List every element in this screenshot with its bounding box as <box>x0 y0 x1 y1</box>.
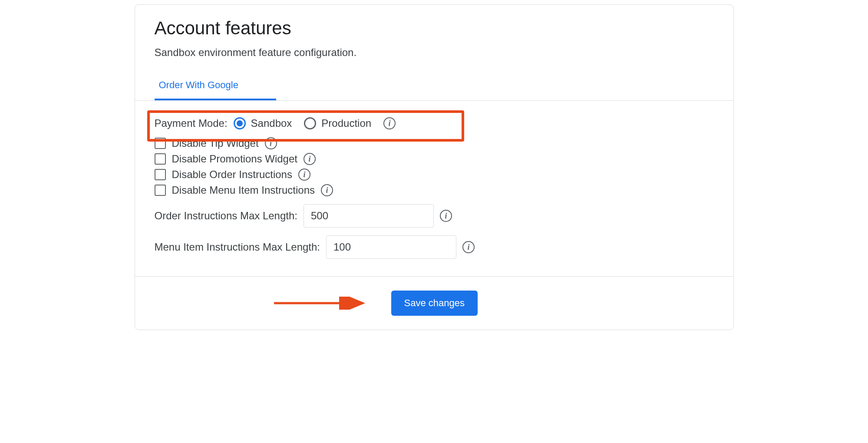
menu-item-instructions-max-row: Menu Item Instructions Max Length: i <box>155 235 714 259</box>
checkbox-disable-menu-item-instructions-label: Disable Menu Item Instructions <box>172 184 315 196</box>
annotation-arrow <box>274 297 370 310</box>
checkbox-disable-menu-item-instructions[interactable] <box>155 185 166 196</box>
radio-production-label: Production <box>321 117 371 129</box>
checkbox-disable-order-instructions-label: Disable Order Instructions <box>172 169 292 181</box>
menu-item-instructions-max-label: Menu Item Instructions Max Length: <box>155 241 320 253</box>
checkbox-disable-promotions-label: Disable Promotions Widget <box>172 153 297 165</box>
checkbox-disable-promotions[interactable] <box>155 153 166 165</box>
disable-order-instructions-row: Disable Order Instructions i <box>155 169 714 181</box>
checkbox-disable-order-instructions[interactable] <box>155 169 166 180</box>
card-footer: Save changes <box>135 276 733 330</box>
save-changes-button[interactable]: Save changes <box>391 291 478 316</box>
account-features-card: Account features Sandbox environment fea… <box>135 4 734 330</box>
info-icon[interactable]: i <box>265 137 277 149</box>
page-title: Account features <box>155 18 714 39</box>
info-icon[interactable]: i <box>462 241 475 253</box>
tabs-container: Order With Google <box>135 72 733 101</box>
order-instructions-max-input[interactable] <box>304 204 434 228</box>
page-subtitle: Sandbox environment feature configuratio… <box>155 46 714 59</box>
checkbox-disable-tip[interactable] <box>155 138 166 149</box>
checkbox-disable-tip-label: Disable Tip Widget <box>172 137 259 149</box>
payment-mode-row: Payment Mode: Sandbox Production i <box>155 114 714 129</box>
radio-production[interactable] <box>304 117 316 129</box>
menu-item-instructions-max-input[interactable] <box>326 235 456 259</box>
info-icon[interactable]: i <box>321 184 333 196</box>
payment-mode-radio-group: Sandbox Production i <box>234 117 396 129</box>
info-icon[interactable]: i <box>298 169 310 181</box>
info-icon[interactable]: i <box>304 153 316 165</box>
order-instructions-max-row: Order Instructions Max Length: i <box>155 204 714 228</box>
info-icon[interactable]: i <box>383 117 396 129</box>
disable-menu-item-instructions-row: Disable Menu Item Instructions i <box>155 184 714 196</box>
info-icon[interactable]: i <box>440 210 452 222</box>
disable-tip-row: Disable Tip Widget i <box>155 137 714 149</box>
radio-sandbox-label: Sandbox <box>251 117 292 129</box>
radio-sandbox[interactable] <box>234 117 246 129</box>
content-area: Payment Mode: Sandbox Production i Disab… <box>135 101 733 276</box>
disable-promotions-row: Disable Promotions Widget i <box>155 153 714 165</box>
order-instructions-max-label: Order Instructions Max Length: <box>155 210 297 222</box>
payment-mode-label: Payment Mode: <box>155 117 228 129</box>
card-header: Account features Sandbox environment fea… <box>135 5 733 59</box>
tab-order-with-google[interactable]: Order With Google <box>155 72 276 100</box>
